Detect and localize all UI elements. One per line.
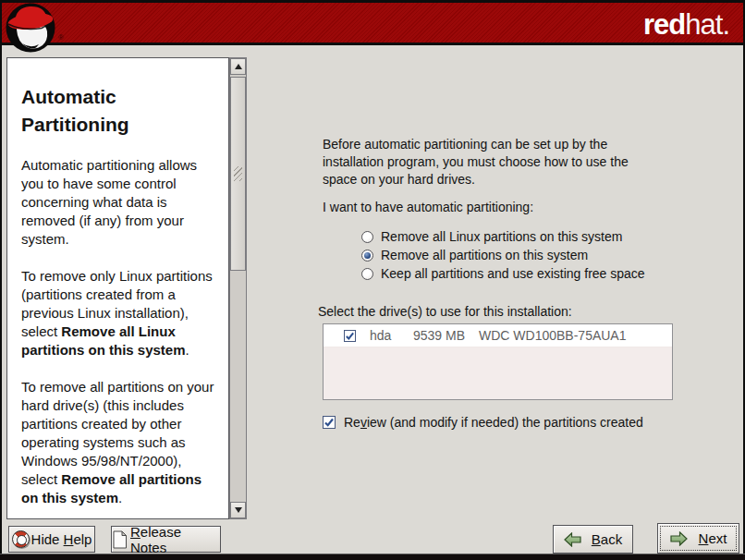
back-post: ack xyxy=(601,531,622,547)
radio-icon[interactable] xyxy=(361,268,373,280)
radio-label: Keep all partitions and use existing fre… xyxy=(381,266,645,281)
back-label: Back xyxy=(592,531,622,547)
intro-text: Before automatic partitioning can be set… xyxy=(323,136,637,189)
help-scrollbar[interactable] xyxy=(229,57,247,519)
review-label-post: iew (and modify if needed) the partition… xyxy=(367,415,643,430)
window-border-left xyxy=(0,0,2,560)
release-notes-label: Release Notes xyxy=(130,524,220,555)
review-label-pre: Re xyxy=(344,415,360,430)
radio-label: Remove all partitions on this system xyxy=(381,248,588,262)
scroll-up-button[interactable] xyxy=(230,58,246,75)
radio-keep-all-partitions[interactable]: Keep all partitions and use existing fre… xyxy=(361,264,645,283)
hide-help-pre: Hide xyxy=(31,531,64,547)
next-post: ext xyxy=(708,530,727,546)
help-lifering-icon xyxy=(12,530,30,548)
next-button[interactable]: Next xyxy=(657,523,739,554)
window-border-bottom xyxy=(0,554,745,560)
drive-model: WDC WD100BB-75AUA1 xyxy=(479,328,627,343)
check-icon xyxy=(324,417,335,428)
radio-remove-linux-partitions[interactable]: Remove all Linux partitions on this syst… xyxy=(361,227,645,246)
document-icon xyxy=(112,530,128,549)
release-notes-accel: R xyxy=(130,524,140,540)
wordmark-red: red xyxy=(643,8,685,41)
radio-icon-selected[interactable] xyxy=(361,250,373,262)
drive-listbox[interactable]: hda 9539 MB WDC WD100BB-75AUA1 xyxy=(323,323,673,400)
help-paragraph-2: To remove only Linux partitions (partiti… xyxy=(21,267,217,359)
scroll-down-button[interactable] xyxy=(230,502,246,518)
arrow-right-icon xyxy=(670,531,688,546)
next-accel: N xyxy=(699,530,709,546)
help-paragraph-3: To remove all partitions on your hard dr… xyxy=(21,378,217,507)
review-label: Review (and modify if needed) the partit… xyxy=(344,415,643,430)
radio-icon[interactable] xyxy=(361,231,373,243)
hide-help-label: Hide Help xyxy=(31,531,92,547)
back-button[interactable]: Back xyxy=(553,525,633,554)
partitioning-options: Remove all Linux partitions on this syst… xyxy=(361,227,645,283)
help-p2-period: . xyxy=(186,342,189,358)
arrow-up-icon xyxy=(235,64,242,69)
arrow-left-icon xyxy=(564,532,581,547)
scrollbar-thumb[interactable] xyxy=(230,77,246,271)
check-icon xyxy=(345,331,355,341)
redhat-wordmark: redhat. xyxy=(643,9,729,41)
drives-label: Select the drive(s) to use for this inst… xyxy=(318,304,572,319)
window-border-top xyxy=(0,0,745,3)
drive-row-hda[interactable]: hda 9539 MB WDC WD100BB-75AUA1 xyxy=(324,324,672,347)
next-label: Next xyxy=(699,530,727,546)
review-label-accel: v xyxy=(360,415,367,430)
drive-size: 9539 MB xyxy=(413,328,473,343)
hide-help-post: elp xyxy=(73,531,92,547)
hide-help-button[interactable]: Hide Help xyxy=(8,526,95,553)
help-title: Automatic Partitioning xyxy=(21,83,217,139)
drive-checkbox[interactable] xyxy=(344,330,356,342)
wordmark-hat: hat. xyxy=(685,8,729,41)
release-notes-button[interactable]: Release Notes xyxy=(111,526,221,553)
redhat-banner: redhat. xyxy=(2,3,743,45)
radio-label: Remove all Linux partitions on this syst… xyxy=(381,229,622,244)
radio-remove-all-partitions[interactable]: Remove all partitions on this system xyxy=(361,246,645,264)
review-partitions-checkbox-row[interactable]: Review (and modify if needed) the partit… xyxy=(323,415,643,430)
help-p3-period: . xyxy=(118,490,122,505)
hide-help-accel: H xyxy=(64,531,74,547)
back-accel: B xyxy=(592,531,601,547)
arrow-down-icon xyxy=(235,507,242,513)
review-checkbox[interactable] xyxy=(323,416,336,429)
help-paragraph-1: Automatic partitioning allows you to hav… xyxy=(21,156,217,249)
logo-trademark: ® xyxy=(58,33,64,42)
installer-window: redhat. ® Automatic Partitioning Automat… xyxy=(0,0,745,560)
help-panel: Automatic Partitioning Automatic partiti… xyxy=(6,57,229,519)
redhat-shadowman-icon xyxy=(5,2,56,54)
partitioning-prompt: I want to have automatic partitioning: xyxy=(323,200,533,214)
scrollbar-grip-icon xyxy=(234,166,242,181)
drive-name: hda xyxy=(370,328,403,343)
